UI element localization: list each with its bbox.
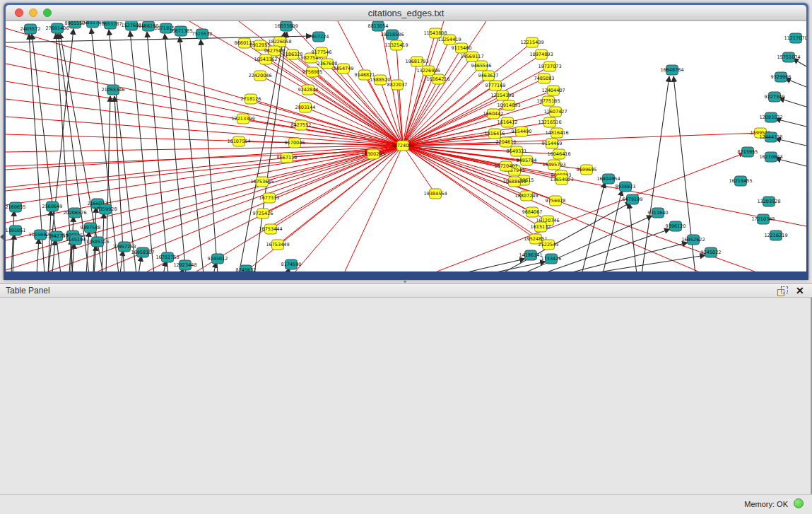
edge[interactable] — [6, 146, 403, 152]
graph-node-yellow[interactable]: 1660442 — [483, 109, 504, 119]
graph-node-teal[interactable]: 20206576 — [63, 208, 86, 218]
graph-node-teal[interactable]: 12093572 — [759, 112, 782, 122]
graph-node-teal[interactable]: 2405572 — [20, 24, 41, 34]
graph-node-teal[interactable]: 9329966 — [771, 72, 792, 82]
graph-node-teal[interactable]: 12923448 — [173, 260, 196, 270]
graph-node-yellow[interactable]: 8186328 — [283, 49, 303, 59]
edge[interactable] — [403, 40, 449, 146]
edge[interactable] — [196, 146, 403, 271]
graph-node-yellow[interactable]: 16753444 — [259, 224, 282, 234]
graph-node-yellow[interactable]: 14569117 — [460, 52, 483, 62]
graph-node-yellow[interactable]: 15495793 — [542, 160, 565, 170]
edge[interactable] — [585, 255, 705, 271]
graph-node-yellow[interactable]: 11607427 — [543, 107, 567, 117]
graph-node-teal[interactable]: 16219455 — [729, 176, 752, 186]
graph-node-teal[interactable]: 7515532 — [192, 29, 213, 39]
graph-node-yellow[interactable]: 18807249 — [514, 191, 538, 201]
graph-node-teal[interactable]: 17210345 — [751, 214, 775, 224]
graph-node-yellow[interactable]: 9170045 — [285, 138, 305, 148]
graph-node-teal[interactable]: 16671385 — [169, 26, 192, 36]
graph-node-yellow[interactable]: 2522543 — [539, 240, 559, 250]
graph-node-yellow[interactable]: 19775165 — [536, 96, 560, 106]
edge[interactable] — [345, 146, 403, 271]
graph-node-teal[interactable]: 13505115 — [86, 237, 109, 247]
edge[interactable] — [72, 243, 74, 271]
graph-node-yellow[interactable]: 12213399 — [231, 114, 254, 124]
graph-node-teal[interactable]: 6479199 — [623, 194, 643, 204]
graph-node-teal[interactable]: 8215955 — [738, 147, 758, 157]
edge[interactable] — [251, 99, 403, 146]
graph-node-teal[interactable]: 12444135 — [759, 132, 782, 142]
graph-node-yellow[interactable]: 2803144 — [295, 103, 316, 112]
edge[interactable] — [642, 76, 669, 271]
graph-node-yellow[interactable]: 8454749 — [334, 64, 354, 74]
graph-node-teal[interactable]: 2560649 — [42, 201, 63, 211]
graph-node-yellow[interactable]: 12215439 — [520, 37, 543, 47]
graph-node-yellow[interactable]: 8667110 — [277, 153, 298, 163]
graph-node-yellow[interactable]: 16107554 — [227, 136, 250, 146]
graph-node-yellow[interactable]: 16753449 — [266, 240, 289, 250]
edge[interactable] — [201, 40, 218, 271]
graph-node-teal[interactable]: 16648784 — [660, 65, 683, 75]
graph-node-teal[interactable]: 16782753 — [155, 252, 179, 262]
graph-node-teal[interactable]: 8813054 — [368, 21, 389, 31]
graph-node-teal[interactable]: 17359928 — [93, 204, 117, 214]
edge[interactable] — [403, 114, 493, 146]
graph-node-yellow[interactable]: 2204616 — [496, 137, 517, 147]
graph-node-teal[interactable]: 10653287 — [98, 21, 122, 29]
graph-node-yellow[interactable]: 22420046 — [248, 71, 271, 81]
graph-node-yellow[interactable]: 1677333 — [259, 193, 280, 203]
graph-node-yellow[interactable]: 9463627 — [478, 71, 499, 81]
graph-node-teal[interactable]: 21055346 — [101, 85, 124, 95]
graph-node-yellow[interactable]: 9756928 — [546, 196, 566, 206]
graph-node-yellow[interactable]: 19737073 — [538, 62, 561, 71]
network-view-window[interactable]: citations_edges.txt 18724007866012389129… — [4, 3, 808, 280]
graph-node-teal[interactable]: 16033809 — [274, 21, 298, 31]
graph-node-yellow[interactable]: 16046416 — [547, 149, 570, 159]
graph-node-yellow[interactable]: 18226058 — [268, 37, 291, 47]
graph-node-teal[interactable]: 1395051 — [6, 226, 25, 235]
network-canvas[interactable]: 1872400786601238912955182260589827508818… — [6, 21, 806, 271]
graph-node-yellow[interactable]: 14816416 — [545, 128, 568, 138]
panel-collapse-handle[interactable] — [0, 233, 4, 240]
graph-node-yellow[interactable]: 9699695 — [577, 165, 597, 175]
edge[interactable] — [486, 262, 546, 271]
graph-node-yellow[interactable]: 19384554 — [423, 189, 447, 199]
edge[interactable] — [37, 238, 39, 271]
graph-node-teal[interactable]: 16210643 — [759, 152, 782, 162]
graph-node-yellow[interactable]: 11325419 — [384, 40, 408, 50]
edge[interactable] — [254, 32, 287, 271]
graph-node-yellow[interactable]: 12154398 — [490, 90, 514, 100]
edge[interactable] — [239, 32, 285, 271]
graph-node-yellow[interactable]: 1616412 — [498, 117, 518, 127]
graph-node-yellow[interactable]: 9725426 — [253, 209, 273, 218]
graph-node-teal[interactable]: 9245022 — [701, 247, 722, 257]
graph-node-teal[interactable]: 1145194 — [66, 235, 86, 245]
edge[interactable] — [6, 117, 403, 146]
graph-node-yellow[interactable]: 12404407 — [541, 86, 565, 95]
edge[interactable] — [139, 256, 141, 271]
edge[interactable] — [458, 259, 525, 271]
graph-node-teal[interactable]: 13203528 — [757, 197, 780, 206]
edge[interactable] — [629, 203, 637, 271]
edge[interactable] — [266, 59, 403, 146]
graph-node-yellow[interactable]: 9154469 — [542, 139, 563, 148]
graph-node-yellow[interactable]: 16543362 — [254, 54, 277, 64]
memory-status-indicator[interactable] — [794, 498, 804, 508]
graph-node-teal[interactable]: 9227349 — [765, 92, 785, 102]
graph-node-yellow[interactable]: 2718126 — [241, 94, 261, 104]
graph-node-yellow[interactable]: 13216516 — [538, 117, 561, 127]
close-panel-icon[interactable]: ✕ — [796, 285, 804, 296]
graph-node-yellow[interactable]: 8495784 — [517, 156, 537, 165]
graph-node-teal[interactable]: 16404954 — [596, 174, 620, 184]
graph-node-teal[interactable]: 19218586 — [380, 30, 404, 40]
edge[interactable] — [106, 96, 110, 271]
graph-node-yellow[interactable]: 1615132 — [531, 222, 551, 232]
graph-node-teal[interactable]: 11217070 — [784, 33, 806, 43]
graph-node-yellow[interactable]: 8549321 — [507, 146, 527, 156]
edge[interactable] — [582, 182, 605, 271]
graph-node-teal[interactable]: 7857224 — [309, 32, 329, 42]
float-window-icon[interactable] — [777, 286, 787, 296]
graph-node-yellow[interactable]: 8822037 — [387, 80, 408, 90]
graph-node-yellow[interactable]: 19681793 — [405, 57, 428, 66]
